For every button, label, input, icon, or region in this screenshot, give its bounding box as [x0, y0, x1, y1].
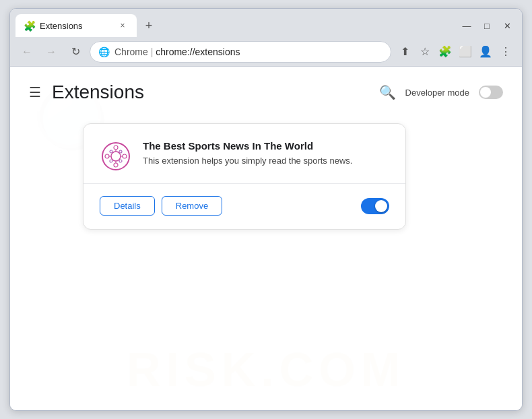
bookmark-button[interactable]: ☆ — [415, 42, 434, 61]
forward-button[interactable]: → — [41, 42, 61, 62]
developer-mode-label: Developer mode — [405, 88, 469, 98]
page-content: 🔍 RISK.COM ☰ Extensions 🔍 Developer mode — [10, 67, 522, 410]
svg-point-3 — [114, 163, 118, 167]
card-separator — [84, 183, 405, 184]
minimize-button[interactable]: — — [457, 18, 476, 33]
search-button[interactable]: 🔍 — [379, 84, 396, 100]
extension-card: The Best Sports News In The World This e… — [83, 123, 406, 230]
extensions-button[interactable]: 🧩 — [436, 42, 455, 61]
tab-title: Extensions — [40, 21, 111, 31]
svg-point-5 — [123, 154, 127, 158]
back-button[interactable]: ← — [17, 42, 37, 62]
extension-enable-toggle[interactable] — [361, 198, 389, 214]
share-button[interactable]: ⬆ — [395, 42, 414, 61]
browser-tab[interactable]: 🧩 Extensions × — [15, 14, 137, 37]
split-button[interactable]: ⬜ — [456, 42, 475, 61]
developer-mode-toggle[interactable] — [479, 86, 503, 99]
extensions-area: The Best Sports News In The World This e… — [10, 110, 522, 243]
nav-bar: ← → ↻ 🌐 Chrome | chrome://extensions ⬆ ☆… — [10, 37, 522, 67]
toggle-knob — [375, 200, 387, 212]
tab-close-button[interactable]: × — [117, 20, 129, 32]
profile-button[interactable]: 👤 — [476, 42, 495, 61]
svg-point-10 — [110, 150, 112, 153]
page-header: ☰ Extensions 🔍 Developer mode — [10, 67, 522, 110]
watermark-text: RISK.COM — [127, 343, 405, 397]
menu-button[interactable]: ⋮ — [496, 42, 515, 61]
toggle-knob — [480, 87, 491, 98]
address-bar[interactable]: 🌐 Chrome | chrome://extensions — [90, 41, 391, 63]
extension-description: This extension helps you simply read the… — [143, 154, 389, 168]
browser-window: 🧩 Extensions × + — □ ✕ ← → ↻ 🌐 Chrome | … — [9, 8, 523, 411]
page-title: Extensions — [52, 82, 368, 103]
new-tab-button[interactable]: + — [139, 16, 158, 35]
svg-point-1 — [111, 152, 121, 161]
address-site: Chrome | chrome://extensions — [114, 46, 240, 57]
nav-actions: ⬆ ☆ 🧩 ⬜ 👤 ⋮ — [395, 42, 515, 61]
svg-point-13 — [119, 160, 122, 162]
close-button[interactable]: ✕ — [498, 18, 517, 33]
reload-button[interactable]: ↻ — [65, 42, 86, 62]
tab-icon: 🧩 — [24, 20, 34, 31]
extension-toggle-area — [361, 198, 389, 214]
extension-info: The Best Sports News In The World This e… — [143, 140, 389, 168]
header-actions: 🔍 Developer mode — [379, 84, 503, 100]
maximize-button[interactable]: □ — [477, 18, 496, 33]
svg-point-11 — [119, 150, 122, 153]
svg-point-2 — [114, 146, 118, 150]
extension-icon — [100, 140, 132, 172]
extension-header: The Best Sports News In The World This e… — [100, 140, 389, 172]
svg-point-12 — [110, 160, 112, 162]
title-bar: 🧩 Extensions × + — □ ✕ — [10, 9, 522, 37]
details-button[interactable]: Details — [100, 196, 155, 216]
extension-footer: Details Remove — [100, 196, 389, 216]
svg-point-4 — [105, 154, 109, 158]
remove-button[interactable]: Remove — [162, 196, 222, 216]
svg-point-0 — [102, 143, 129, 170]
security-icon: 🌐 — [98, 46, 109, 57]
extension-name: The Best Sports News In The World — [143, 140, 389, 152]
sidebar-toggle-button[interactable]: ☰ — [29, 84, 41, 100]
window-controls: — □ ✕ — [457, 18, 517, 33]
